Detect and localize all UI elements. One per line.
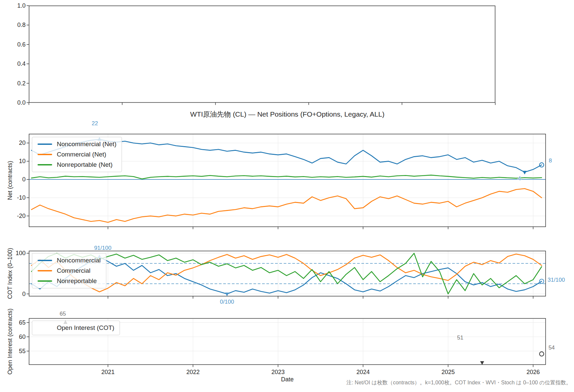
cot-report-figure: WTI原油先物 (CL) — Net Positions (FO+Options…	[0, 0, 574, 392]
y-tick-label: 65	[6, 319, 26, 326]
legend-net-positions: Noncommercial (Net)Commercial (Net)Nonre…	[32, 137, 122, 172]
annotation-65: 65	[60, 311, 66, 317]
legend-line-swatch	[38, 270, 52, 271]
y-tick-label: 1.0	[6, 2, 26, 9]
x-tick-label: 2023	[263, 368, 293, 376]
x-tick-label: 2022	[178, 368, 208, 376]
annotation-22: 22	[92, 120, 98, 127]
legend-item: Commercial	[38, 267, 101, 275]
last-value-marker-icon	[539, 352, 544, 356]
annotation-91-100: 91/100	[94, 245, 111, 251]
annotation-54: 54	[548, 344, 555, 351]
y-tick-label: 0.0	[6, 99, 26, 106]
legend-label: Nonreportable	[57, 277, 97, 285]
annotation-31-100: 31/100	[548, 277, 565, 283]
annotation-8: 8	[549, 157, 552, 164]
legend-item: Nonreportable (Net)	[38, 161, 116, 169]
min-marker-icon	[225, 293, 229, 296]
y-tick-label: 20	[6, 139, 26, 147]
x-tick-label: 2026	[518, 368, 548, 376]
y-tick-label: 0.8	[6, 21, 26, 29]
legend-label: Commercial (Net)	[57, 150, 106, 158]
legend-label: Noncommercial (Net)	[57, 140, 116, 148]
y-tick-label: 0.6	[6, 41, 26, 48]
legend-line-swatch	[38, 144, 52, 145]
legend-item: Nonreportable	[38, 277, 101, 285]
x-tick-label: 2021	[93, 368, 123, 376]
y-axis-label-open-interest: Open Interest (contracts)	[7, 308, 14, 374]
y-tick-label: 10	[6, 157, 26, 165]
x-tick-label: 2025	[433, 368, 463, 376]
legend-item: Open Interest (COT)	[38, 324, 114, 332]
legend-item: Noncommercial (Net)	[38, 140, 116, 148]
legend-cot-index: NoncommercialCommercialNonreportable	[32, 253, 106, 288]
legend-line-swatch	[38, 164, 52, 165]
legend-label: Commercial	[57, 267, 90, 275]
y-tick-label: 100	[6, 249, 26, 257]
legend-item: Noncommercial	[38, 256, 101, 264]
y-tick-label: 0	[6, 290, 26, 298]
axes-frame	[29, 251, 546, 296]
panel-empty-panel	[29, 6, 495, 103]
legend-open-interest: Open Interest (COT)	[32, 321, 120, 335]
annotation-0-100: 0/100	[220, 299, 234, 305]
y-tick-label: 0.4	[6, 60, 26, 67]
y-tick-label: 60	[6, 333, 26, 341]
y-tick-label: -10	[6, 194, 26, 201]
legend-label: Nonreportable (Net)	[57, 161, 113, 169]
legend-item: Commercial (Net)	[38, 150, 116, 158]
min-marker-icon	[480, 361, 484, 365]
y-tick-label: 55	[6, 347, 26, 355]
axes-frame	[29, 6, 495, 103]
y-tick-label: -20	[6, 212, 26, 220]
legend-line-swatch	[38, 260, 52, 261]
chart-title: WTI原油先物 (CL) — Net Positions (FO+Options…	[29, 110, 546, 119]
legend-line-swatch	[38, 154, 52, 155]
min-marker-icon	[523, 171, 526, 174]
y-tick-label: 0.2	[6, 80, 26, 87]
legend-line-swatch	[38, 280, 52, 282]
annotation-51: 51	[457, 335, 463, 341]
annotation-4: 4	[518, 175, 521, 182]
panel-cot-index	[29, 251, 546, 296]
x-tick-label: 2024	[348, 368, 378, 376]
legend-label: Noncommercial	[57, 256, 101, 264]
footnote-note: 注: Net/OI は枚数（contracts）。k=1,000枚。COT In…	[346, 379, 571, 386]
y-tick-label: 0	[6, 176, 26, 183]
legend-line-swatch	[38, 327, 52, 329]
legend-label: Open Interest (COT)	[57, 324, 114, 332]
